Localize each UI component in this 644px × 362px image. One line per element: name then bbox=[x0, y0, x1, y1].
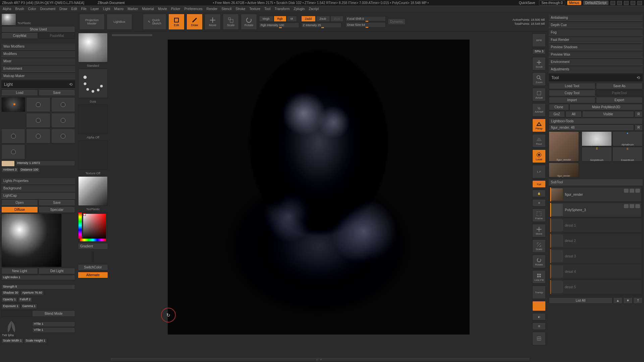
m-button[interactable]: M bbox=[287, 16, 297, 22]
showused-button[interactable]: Show Used bbox=[1, 26, 75, 33]
goz-visible[interactable]: Visible bbox=[582, 111, 634, 117]
section-mixer[interactable]: Mixer bbox=[1, 58, 75, 64]
switchcolor-button[interactable]: SwitchColor bbox=[78, 264, 108, 270]
render-fog[interactable]: Fog bbox=[549, 29, 643, 36]
menu-color[interactable]: Color bbox=[28, 7, 36, 11]
local-button[interactable]: Local bbox=[532, 149, 546, 163]
gradient-button[interactable]: Gradient bbox=[78, 243, 108, 249]
opacity-slider[interactable]: Opacity 1 bbox=[1, 297, 17, 302]
menu-light[interactable]: Light bbox=[103, 7, 110, 11]
tool-thumb-5[interactable]: figur_render bbox=[549, 163, 579, 177]
edit-button[interactable]: Edit bbox=[168, 14, 184, 30]
defaultscript-button[interactable]: DefaultZScript bbox=[583, 1, 608, 5]
split-icon[interactable] bbox=[610, 1, 615, 5]
subtool-row-1[interactable]: PolySphere_3 bbox=[550, 202, 642, 217]
exposure-slider[interactable]: Exposure 1 bbox=[1, 304, 20, 309]
section-environment[interactable]: Environment bbox=[1, 66, 75, 72]
floor-button[interactable]: Floor bbox=[532, 134, 546, 147]
menu-layer[interactable]: Layer bbox=[91, 7, 99, 11]
menu-preferences[interactable]: Preferences bbox=[184, 7, 203, 11]
scale-button[interactable]: Scale bbox=[223, 14, 239, 30]
maximize-icon[interactable] bbox=[624, 1, 629, 5]
close-icon[interactable] bbox=[637, 1, 642, 5]
menu-alpha[interactable]: Alpha bbox=[3, 7, 11, 11]
seethrough-slider[interactable]: See-through 0 bbox=[539, 0, 565, 5]
copymat-button[interactable]: CopyMat bbox=[1, 33, 38, 39]
brush-icon[interactable] bbox=[630, 189, 634, 193]
render-environment[interactable]: Environment bbox=[549, 59, 643, 65]
specular-tab[interactable]: Specular bbox=[39, 206, 75, 213]
menu-brush[interactable]: Brush bbox=[15, 7, 24, 11]
zoom-button[interactable]: Zoom bbox=[532, 72, 546, 86]
viewport[interactable] bbox=[111, 33, 529, 361]
target-icon[interactable]: ⊕ bbox=[532, 199, 546, 206]
main-color-swatch[interactable] bbox=[92, 251, 93, 262]
tool-r[interactable]: R bbox=[635, 124, 643, 131]
lights-properties[interactable]: Lights Properties bbox=[1, 178, 75, 184]
tool-thumb-0[interactable]: figur_render bbox=[549, 131, 579, 162]
list-all[interactable]: List All bbox=[549, 297, 612, 304]
section-matcap[interactable]: Matcap Maker bbox=[1, 73, 75, 79]
secondary-color-swatch[interactable] bbox=[93, 251, 94, 262]
restore-icon[interactable] bbox=[631, 1, 635, 5]
section-modifiers[interactable]: Modifiers bbox=[1, 51, 75, 57]
del-light[interactable]: Del Light bbox=[39, 268, 75, 274]
tool-thumb-3[interactable]: ●AlphaBrush bbox=[612, 131, 643, 146]
zcut-button[interactable]: Zcut bbox=[330, 16, 344, 22]
lightcap-section[interactable]: LightCap bbox=[1, 193, 75, 199]
menu-file[interactable]: File bbox=[81, 7, 87, 11]
dynamic-button[interactable]: Dynamic bbox=[388, 18, 406, 25]
strength-slider[interactable]: Strength 8 bbox=[1, 284, 75, 290]
lf-button[interactable]: L.F bbox=[532, 165, 546, 178]
material-tray-thumb[interactable] bbox=[78, 176, 108, 206]
rgb-button[interactable]: Rgb bbox=[274, 16, 287, 22]
alpha-thumb[interactable] bbox=[78, 105, 108, 134]
transp-button[interactable]: Transp bbox=[532, 286, 546, 299]
light-slot-4[interactable] bbox=[51, 113, 75, 128]
render-previewwax[interactable]: Preview Wax bbox=[549, 52, 643, 58]
stroke-thumb[interactable] bbox=[78, 69, 108, 98]
blendmode-button[interactable]: Blend Mode bbox=[32, 310, 75, 317]
scroll-button[interactable]: Scroll bbox=[532, 57, 546, 70]
move-nav-button[interactable]: Move bbox=[532, 224, 546, 237]
mrgb-button[interactable]: Mrgb bbox=[259, 16, 273, 22]
distance-slider[interactable]: Distance 100 bbox=[19, 167, 40, 173]
texture-thumb[interactable] bbox=[78, 140, 108, 170]
menu-movie[interactable]: Movie bbox=[158, 7, 167, 11]
render-adjustments[interactable]: Adjustments bbox=[549, 66, 643, 72]
light-index-slider[interactable]: Light Index 1 bbox=[1, 275, 75, 280]
vtile-slider[interactable]: VTile 1 bbox=[32, 327, 75, 333]
light-slot-6[interactable] bbox=[26, 129, 50, 143]
menu-stroke[interactable]: Stroke bbox=[235, 7, 245, 11]
alternate-button[interactable]: Alternate bbox=[78, 272, 108, 278]
light-slot-5[interactable] bbox=[1, 129, 25, 143]
section-wax[interactable]: Wax Modifiers bbox=[1, 44, 75, 50]
material-thumb[interactable] bbox=[1, 13, 16, 25]
tool-name[interactable]: figur_render. 48 bbox=[549, 124, 634, 131]
viewport-handle[interactable] bbox=[111, 358, 529, 361]
menus-button[interactable]: Menus bbox=[567, 1, 581, 5]
tool-thumb-4[interactable]: ◐EraserBrush bbox=[612, 147, 643, 162]
subtool-row-6[interactable]: desat 5 bbox=[550, 280, 642, 294]
focal-shift-slider[interactable]: Focal Shift 0 bbox=[345, 16, 386, 21]
eye-icon[interactable] bbox=[624, 189, 629, 193]
goz-button[interactable]: GoZ bbox=[549, 111, 565, 117]
menu-picker[interactable]: Picker bbox=[171, 7, 180, 11]
menu-transform[interactable]: Transform bbox=[274, 7, 289, 11]
arrow-top-icon[interactable]: ⤒ bbox=[633, 297, 643, 304]
make-polymesh[interactable]: Make PolyMesh3D bbox=[570, 104, 643, 110]
spix-slider[interactable]: SPix 3 bbox=[532, 49, 546, 54]
htile-slider[interactable]: HTile 1 bbox=[32, 321, 75, 327]
tool-thumb-1[interactable]: SphereBrush bbox=[582, 131, 612, 146]
zadd-button[interactable]: Zadd bbox=[301, 16, 316, 22]
light-load[interactable]: Load bbox=[1, 89, 38, 96]
goz-all[interactable]: All bbox=[566, 111, 582, 117]
light-slot-3[interactable] bbox=[26, 113, 50, 128]
quicksave-button[interactable]: QuickSave bbox=[517, 1, 537, 5]
rotate-nav-button[interactable]: Rotate bbox=[532, 255, 546, 268]
menu-tool[interactable]: Tool bbox=[264, 7, 270, 11]
menu-draw[interactable]: Draw bbox=[59, 7, 67, 11]
menu-edit[interactable]: Edit bbox=[71, 7, 77, 11]
arrow-down-icon[interactable]: ▼ bbox=[623, 297, 633, 304]
menu-zplugin[interactable]: Zplugin bbox=[294, 7, 305, 11]
